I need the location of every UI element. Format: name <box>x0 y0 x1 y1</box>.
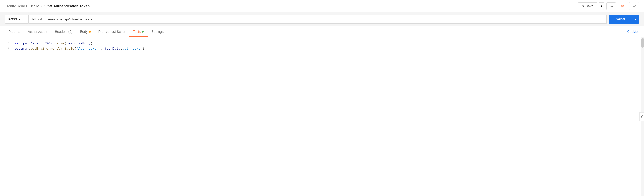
response-body-var: responseBody <box>66 42 90 45</box>
url-input[interactable] <box>28 15 606 23</box>
tab-params-label: Params <box>8 30 20 33</box>
breadcrumb-parent: EMnify Send Bulk SMS <box>5 4 42 8</box>
url-bar: POST ▾ Send ▾ <box>0 12 644 26</box>
more-options-button[interactable]: ••• <box>606 2 616 10</box>
comment-icon: 🗨 <box>632 4 636 8</box>
chevron-down-icon: ▾ <box>600 4 602 8</box>
tabs-bar: Params Authorization Headers (9) Body Pr… <box>0 26 644 37</box>
send-button[interactable]: Send <box>609 15 632 24</box>
cookies-link[interactable]: Cookies <box>627 30 639 33</box>
breadcrumb-current: Get Authentication Token <box>46 4 90 8</box>
tab-pre-request[interactable]: Pre-request Script <box>94 26 129 37</box>
send-dropdown-button[interactable]: ▾ <box>632 15 639 23</box>
tests-dot <box>142 31 144 33</box>
code-line-2-text: postman.setEnvironmentVariable("Auth_tok… <box>14 46 144 51</box>
save-icon: 🖫 <box>581 4 585 8</box>
code-line-1: 1 var jsonData = JSON.parse(responseBody… <box>5 41 639 46</box>
tab-params[interactable]: Params <box>5 26 24 37</box>
comment-button[interactable]: 🗨 <box>629 2 639 10</box>
tab-body-label: Body <box>80 30 88 33</box>
method-chevron-icon: ▾ <box>19 17 20 21</box>
send-chevron-icon: ▾ <box>635 17 636 21</box>
tab-headers[interactable]: Headers (9) <box>51 26 76 37</box>
tab-authorization[interactable]: Authorization <box>24 26 51 37</box>
save-dropdown-button[interactable]: ▾ <box>599 2 604 10</box>
main-layout: POST ▾ Send ▾ Params Authorization Heade… <box>0 12 644 196</box>
tab-tests-label: Tests <box>133 30 141 33</box>
line-number-2: 2 <box>5 46 10 51</box>
more-icon: ••• <box>610 4 613 8</box>
kw-var: var <box>14 42 22 45</box>
body-dot <box>89 31 91 33</box>
code-lines: 1 var jsonData = JSON.parse(responseBody… <box>0 37 644 55</box>
postman-obj: postman <box>14 47 28 51</box>
save-label: Save <box>586 4 593 8</box>
breadcrumb-sep: / <box>44 4 44 8</box>
edit-button[interactable]: ✏ <box>618 2 627 10</box>
code-editor[interactable]: 1 var jsonData = JSON.parse(responseBody… <box>0 37 644 196</box>
edit-icon: ✏ <box>621 4 624 8</box>
method-label: POST <box>8 17 18 21</box>
code-line-1-text: var jsonData = JSON.parse(responseBody) <box>14 41 92 46</box>
content-area: 1 var jsonData = JSON.parse(responseBody… <box>0 37 644 196</box>
parse-method: parse <box>54 42 64 45</box>
tab-body[interactable]: Body <box>76 26 94 37</box>
line-number-1: 1 <box>5 41 10 46</box>
auth-token-prop: auth_token <box>122 47 142 51</box>
collapse-icon: ❮ <box>641 115 643 118</box>
tab-authorization-label: Authorization <box>28 30 47 33</box>
scrollbar-thumb <box>642 38 644 48</box>
op-eq: = <box>38 42 44 45</box>
top-actions: 🖫 Save ▾ ••• ✏ 🗨 <box>578 2 639 10</box>
jsondata-var2: jsonData <box>104 47 120 51</box>
json-obj: JSON <box>44 42 52 45</box>
var-jsondata: jsonData <box>22 42 38 45</box>
breadcrumb: EMnify Send Bulk SMS / Get Authenticatio… <box>5 4 90 8</box>
send-button-group: Send ▾ <box>609 15 639 24</box>
set-env-method: setEnvironmentVariable <box>30 47 74 51</box>
tab-settings-label: Settings <box>151 30 164 33</box>
save-button[interactable]: 🖫 Save <box>578 2 597 10</box>
tab-settings[interactable]: Settings <box>148 26 167 37</box>
auth-token-str: "Auth_token" <box>76 47 100 51</box>
tab-pre-request-label: Pre-request Script <box>98 30 125 33</box>
top-bar: EMnify Send Bulk SMS / Get Authenticatio… <box>0 0 644 12</box>
tab-headers-label: Headers (9) <box>55 30 72 33</box>
sidebar-collapse-button[interactable]: ❮ <box>640 112 644 121</box>
method-select[interactable]: POST ▾ <box>5 15 28 23</box>
tab-tests[interactable]: Tests <box>129 26 148 37</box>
code-line-2: 2 postman.setEnvironmentVariable("Auth_t… <box>5 46 639 51</box>
